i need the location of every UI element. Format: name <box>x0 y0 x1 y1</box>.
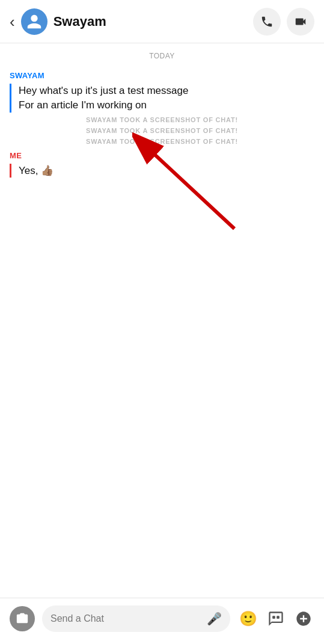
screenshot-notice-2: SWAYAM TOOK A SCREENSHOT OF CHAT! <box>10 127 314 134</box>
screenshot-notice-1: SWAYAM TOOK A SCREENSHOT OF CHAT! <box>10 116 314 123</box>
swayam-message-line-2: For an article I'm working on <box>19 98 314 113</box>
camera-button[interactable] <box>10 606 35 631</box>
screenshot-notice-3: SWAYAM TOOK A SCREENSHOT OF CHAT! <box>10 138 314 145</box>
me-message-block: Yes, 👍🏽 <box>10 164 314 178</box>
emoji-button[interactable]: 🙂 <box>237 608 259 630</box>
call-button[interactable] <box>253 8 281 36</box>
add-button[interactable] <box>293 608 314 630</box>
sticker-button[interactable] <box>265 608 287 630</box>
chat-input-wrapper[interactable]: 🎤 <box>42 605 230 632</box>
bottom-toolbar: 🎤 🙂 <box>0 598 324 644</box>
swayam-message-line-1: Hey what's up it's just a test message <box>19 84 314 98</box>
avatar <box>21 8 47 35</box>
header: ‹ Swayam <box>0 0 324 43</box>
back-button[interactable]: ‹ <box>10 14 15 29</box>
swayam-message-block: Hey what's up it's just a test message F… <box>10 84 314 113</box>
chat-input[interactable] <box>50 613 202 624</box>
bottom-icons: 🙂 <box>237 608 314 630</box>
header-actions <box>253 8 314 36</box>
svg-rect-2 <box>272 616 275 619</box>
video-call-button[interactable] <box>287 8 314 36</box>
contact-name: Swayam <box>53 14 253 29</box>
svg-rect-3 <box>277 616 280 619</box>
me-message-line-1: Yes, 👍🏽 <box>19 164 314 178</box>
me-sender-label: ME Yes, 👍🏽 <box>10 151 314 178</box>
mic-button[interactable]: 🎤 <box>207 611 222 626</box>
chat-content: TODAY SWAYAM Hey what's up it's just a t… <box>0 43 324 590</box>
swayam-sender-label: SWAYAM Hey what's up it's just a test me… <box>10 71 314 113</box>
date-separator: TODAY <box>10 43 314 65</box>
